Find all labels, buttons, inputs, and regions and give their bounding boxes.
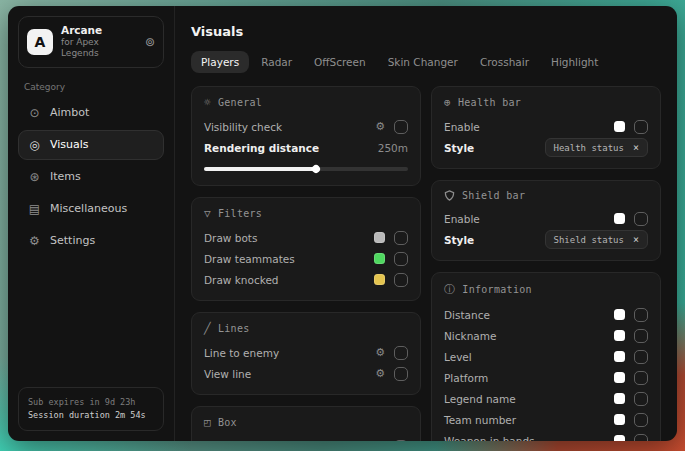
close-icon[interactable]: × <box>633 142 639 153</box>
tab-bar: Players Radar OffScreen Skin Changer Cro… <box>191 51 661 73</box>
weapon-in-hands-checkbox[interactable] <box>634 434 648 442</box>
sidebar-nav: ⊙ Aimbot ◎ Visuals ⊛ Items ▤ Miscellaneo… <box>18 98 164 256</box>
tab-highlight[interactable]: Highlight <box>541 51 608 73</box>
shield-enable-checkbox[interactable] <box>634 212 648 226</box>
tab-crosshair[interactable]: Crosshair <box>470 51 539 73</box>
team-number-checkbox[interactable] <box>634 413 648 427</box>
color-swatch[interactable] <box>614 309 625 320</box>
draw-knocked-checkbox[interactable] <box>394 273 408 287</box>
app-subtitle: for Apex Legends <box>61 37 137 60</box>
distance-checkbox[interactable] <box>634 308 648 322</box>
sidebar-item-miscellaneous[interactable]: ▤ Miscellaneous <box>18 194 164 224</box>
draw-bots-checkbox[interactable] <box>394 231 408 245</box>
sidebar-item-label: Items <box>50 170 81 183</box>
color-swatch[interactable] <box>614 121 625 132</box>
sidebar: A Arcane for Apex Legends ⊚ Category ⊙ A… <box>8 6 174 441</box>
grid-icon: ▤ <box>28 202 41 216</box>
row-level: Level <box>444 346 648 367</box>
color-swatch[interactable] <box>614 414 625 425</box>
nickname-checkbox[interactable] <box>634 329 648 343</box>
slider-thumb[interactable] <box>311 163 322 174</box>
card-title: General <box>218 97 262 108</box>
shield-style-select[interactable]: Shield status × <box>545 230 648 249</box>
row-shield-enable: Enable <box>444 208 648 229</box>
visibility-check-checkbox[interactable] <box>394 120 408 134</box>
row-weapon-in-hands: Weapon in hands <box>444 430 648 441</box>
sidebar-item-visuals[interactable]: ◎ Visuals <box>18 130 164 160</box>
app-logo: A <box>27 29 53 55</box>
color-swatch[interactable] <box>374 274 385 285</box>
box-enable-checkbox[interactable] <box>394 440 408 442</box>
row-draw-knocked: Draw knocked <box>204 269 408 290</box>
health-style-select[interactable]: Health status × <box>545 138 648 157</box>
card-shield-bar: Shield bar Enable Style Shield status <box>431 180 661 261</box>
color-swatch[interactable] <box>614 213 625 224</box>
left-column: ☼ General Visibility check ⚙ Rendering d… <box>191 86 421 441</box>
row-view-line: View line ⚙ <box>204 363 408 384</box>
level-checkbox[interactable] <box>634 350 648 364</box>
color-swatch[interactable] <box>614 351 625 362</box>
target-icon[interactable]: ⊚ <box>145 35 155 49</box>
main-content: Visuals Players Radar OffScreen Skin Cha… <box>174 6 677 441</box>
row-team-number: Team number <box>444 409 648 430</box>
tab-players[interactable]: Players <box>191 51 249 73</box>
right-column: ⊕ Health bar Enable Style Health stat <box>431 86 661 441</box>
box-icon: ◰ <box>204 416 211 429</box>
crosshair-icon: ⊙ <box>28 106 41 120</box>
close-icon[interactable]: × <box>633 234 639 245</box>
row-draw-bots: Draw bots <box>204 227 408 248</box>
loot-icon: ⊛ <box>28 170 41 184</box>
sidebar-item-settings[interactable]: ⚙ Settings <box>18 226 164 256</box>
color-swatch[interactable] <box>614 435 625 441</box>
row-nickname: Nickname <box>444 325 648 346</box>
row-rendering-distance: Rendering distance 250m <box>204 137 408 158</box>
row-health-style: Style Health status × <box>444 137 648 158</box>
sidebar-item-aimbot[interactable]: ⊙ Aimbot <box>18 98 164 128</box>
row-health-enable: Enable <box>444 116 648 137</box>
color-swatch[interactable] <box>614 393 625 404</box>
sidebar-item-label: Miscellaneous <box>50 202 127 215</box>
app-window: A Arcane for Apex Legends ⊚ Category ⊙ A… <box>8 6 677 441</box>
funnel-icon: ▽ <box>204 207 211 220</box>
legend-name-checkbox[interactable] <box>634 392 648 406</box>
row-draw-teammates: Draw teammates <box>204 248 408 269</box>
card-title: Health bar <box>458 97 521 108</box>
sidebar-item-label: Visuals <box>50 138 89 151</box>
gear-icon[interactable]: ⚙ <box>375 120 385 133</box>
sidebar-item-label: Aimbot <box>50 106 89 119</box>
card-health-bar: ⊕ Health bar Enable Style Health stat <box>431 86 661 169</box>
row-platform: Platform <box>444 367 648 388</box>
page-title: Visuals <box>191 24 661 39</box>
tab-offscreen[interactable]: OffScreen <box>304 51 376 73</box>
card-title: Lines <box>218 323 250 334</box>
gear-icon: ⚙ <box>28 234 41 248</box>
view-line-checkbox[interactable] <box>394 367 408 381</box>
brand-card: A Arcane for Apex Legends ⊚ <box>18 16 164 68</box>
health-enable-checkbox[interactable] <box>634 120 648 134</box>
tab-radar[interactable]: Radar <box>251 51 302 73</box>
color-swatch[interactable] <box>374 232 385 243</box>
card-lines: ╱ Lines Line to enemy ⚙ View line ⚙ <box>191 312 421 395</box>
card-general: ☼ General Visibility check ⚙ Rendering d… <box>191 86 421 186</box>
session-duration-text: Session duration 2m 54s <box>28 409 154 422</box>
health-icon: ⊕ <box>444 96 451 109</box>
draw-teammates-checkbox[interactable] <box>394 252 408 266</box>
sidebar-item-items[interactable]: ⊛ Items <box>18 162 164 192</box>
rendering-distance-slider[interactable] <box>204 167 408 171</box>
row-distance: Distance <box>444 304 648 325</box>
gear-icon[interactable]: ⚙ <box>375 367 385 380</box>
card-title: Information <box>462 284 532 295</box>
color-swatch[interactable] <box>614 330 625 341</box>
row-box-enable: Enable <box>204 436 408 441</box>
card-information: ⓘ Information Distance Nickname <box>431 272 661 441</box>
platform-checkbox[interactable] <box>634 371 648 385</box>
card-box: ◰ Box Enable Enable background <box>191 406 421 441</box>
color-swatch[interactable] <box>374 253 385 264</box>
app-name: Arcane <box>61 24 137 37</box>
color-swatch[interactable] <box>614 372 625 383</box>
tab-skin-changer[interactable]: Skin Changer <box>378 51 468 73</box>
line-to-enemy-checkbox[interactable] <box>394 346 408 360</box>
gear-icon[interactable]: ⚙ <box>375 346 385 359</box>
card-title: Filters <box>218 208 262 219</box>
info-icon: ⓘ <box>444 282 455 297</box>
